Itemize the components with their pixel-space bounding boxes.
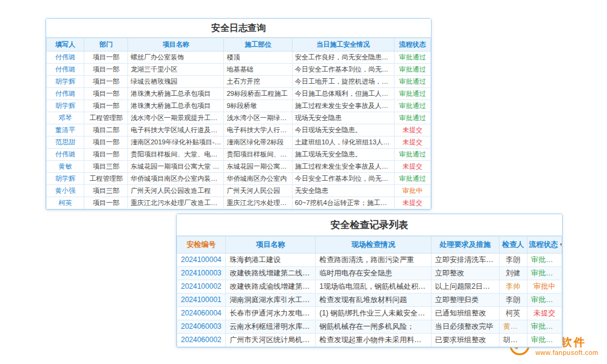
log-col-situation: 当日施工安全情况: [292, 38, 394, 52]
log-flow-status[interactable]: 未提交: [394, 161, 430, 173]
log-table-row[interactable]: 邓琴工程管理部浅水湾小区一期景观提升工程施工浅水湾小区一期绿化地现场无安全隐患审…: [47, 112, 431, 124]
log-flow-status[interactable]: 审批通过: [394, 100, 430, 112]
log-writer-cell[interactable]: 邓琴: [47, 112, 84, 124]
check-inspector-cell[interactable]: 柯英: [499, 307, 527, 320]
log-department-cell: 项目一部: [84, 100, 128, 112]
check-table-row[interactable]: 2024060004长春市伊通河水力发电厂改...(1) 钢筋绑扎作业三人未戴安…: [177, 307, 562, 320]
safety-check-table: 安检编号 项目名称 现场检查情况 处理要求及措施 检查人 流程状态▼ 20241…: [177, 236, 562, 347]
log-flow-status[interactable]: 审批通过: [394, 64, 430, 76]
log-department-cell: 项目一部: [84, 149, 128, 161]
safety-log-query-panel: 安全日志查询 填写人 部门 项目名称 施工部位 当日施工安全情况 流程状态 付伟…: [46, 18, 432, 210]
safety-log-query-title: 安全日志查询: [46, 19, 431, 38]
log-table-row[interactable]: 黄敏项目三部东城花园一期项目公寓大堂 装饰工程东城花园一期公寓大堂施工过程未发生…: [47, 161, 431, 173]
check-table-row[interactable]: 2024100004珠海鹤港工建设检查路面清洗，路面污染严重立即安排清洗车清洗李…: [177, 254, 562, 267]
log-table-row[interactable]: 付伟璐项目一部螺丝厂办公室装饰楼顶安全工作良好，尚无安全隐患存在审批通过: [47, 52, 431, 64]
check-flow-status[interactable]: 审批通过: [527, 334, 561, 347]
log-writer-cell[interactable]: 黄敏: [47, 161, 84, 173]
check-project-cell: 长春市伊通河水力发电厂改...: [226, 307, 316, 320]
log-writer-cell[interactable]: 付伟璐: [47, 52, 84, 64]
log-flow-status[interactable]: 未提交: [394, 197, 430, 209]
log-writer-cell[interactable]: 胡学辉: [47, 76, 84, 88]
log-department-cell: 项目三部: [84, 185, 128, 197]
log-table-row[interactable]: 范思甜项目一部潼南区2019年绿化补贴项目-施工2标段潼南区绿化带2标段土建班组…: [47, 136, 431, 149]
check-col-inspector: 检查人: [499, 237, 527, 254]
log-table-row[interactable]: 胡学辉工程管理部华侨城项目南区办公室内装修工程华侨城南区办公室内今日安全工作基本…: [47, 173, 431, 185]
log-flow-status[interactable]: 审批通过: [394, 173, 430, 185]
log-flow-status[interactable]: 审批通过: [394, 88, 430, 100]
log-situation-cell: 安全工作良好，尚无安全隐患存在: [292, 52, 394, 64]
log-part-cell: 地基基础: [224, 64, 292, 76]
log-project-cell: 广州天河人民公园改造工程: [128, 185, 224, 197]
log-flow-status[interactable]: 未提交: [394, 136, 430, 149]
check-number-cell[interactable]: 2024100002: [177, 280, 226, 294]
log-writer-cell[interactable]: 胡学辉: [47, 173, 84, 185]
log-situation-cell: 今日现场无安全隐患。: [292, 124, 394, 136]
log-flow-status[interactable]: 审批通过: [394, 149, 430, 161]
log-writer-cell[interactable]: 付伟璐: [47, 64, 84, 76]
log-col-flow-status: 流程状态: [394, 38, 430, 52]
check-measure-cell: 立即整改: [431, 267, 499, 280]
log-table-row[interactable]: 胡学辉项目一部绿城云栖玫瑰园土石方开挖今日工地开工，旋挖机进场，对旋挖机...审…: [47, 76, 431, 88]
check-col-project: 项目名称: [226, 237, 316, 254]
brand-website[interactable]: www.fanpusoft.com: [535, 349, 599, 357]
log-table-row[interactable]: 柯英项目一部重庆江北污水处理厂改造工程-道路修复重庆江北污水处理厂内部...60…: [47, 197, 431, 209]
log-table-row[interactable]: 胡学辉项目一部港珠澳大桥施工总承包项目9标段桥墩施工过程未发生安全事故及人员受伤…: [47, 100, 431, 112]
log-writer-cell[interactable]: 付伟璐: [47, 149, 84, 161]
check-number-cell[interactable]: 2024100004: [177, 254, 226, 267]
log-flow-status[interactable]: 未提交: [394, 124, 430, 136]
log-flow-status[interactable]: 审批中: [394, 185, 430, 197]
check-flow-status[interactable]: 未提交: [527, 307, 561, 320]
check-header-row: 安检编号 项目名称 现场检查情况 处理要求及措施 检查人 流程状态▼: [177, 237, 562, 254]
check-number-cell[interactable]: 2024060004: [177, 307, 226, 320]
log-department-cell: 项目三部: [84, 161, 128, 173]
check-inspector-cell[interactable]: 黄小强: [499, 320, 527, 334]
check-table-row[interactable]: 2024060002广州市天河区统计局机房改...检查发现起重小物件未采用料斗装…: [177, 334, 562, 347]
log-writer-cell[interactable]: 范思甜: [47, 136, 84, 149]
check-inspector-cell[interactable]: 李朗: [499, 294, 527, 307]
check-flow-status[interactable]: 审批通过: [527, 254, 561, 267]
log-project-cell: 浅水湾小区一期景观提升工程施工: [128, 112, 224, 124]
check-flow-status[interactable]: 审批中: [527, 280, 561, 294]
check-inspector-cell[interactable]: 李朗: [499, 254, 527, 267]
log-part-cell: 重庆江北污水处理厂内部...: [224, 197, 292, 209]
log-table-row[interactable]: 黄小强项目三部广州天河人民公园改造工程广州天河人民公园无安全隐患审批中: [47, 185, 431, 197]
log-col-project: 项目名称: [128, 38, 224, 52]
check-inspection-cell: 临时用电存在安全隐患: [316, 267, 431, 280]
log-table-row[interactable]: 付伟璐项目一部港珠澳大桥施工总承包项目29标段桥面工程施工今日施工总体顺利，但施…: [47, 88, 431, 100]
log-part-cell: 电子科技大学人行道及非...: [224, 124, 292, 136]
check-inspector-cell[interactable]: 李帅: [499, 280, 527, 294]
check-measure-cell: 已要求班组整改: [431, 334, 499, 347]
check-flow-status[interactable]: 审批通过: [527, 267, 561, 280]
log-flow-status[interactable]: 审批通过: [394, 76, 430, 88]
check-table-row[interactable]: 2024100003改建铁路线增建第二线直通...临时用电存在安全隐患立即整改刘…: [177, 267, 562, 280]
flow-status-filter-icon[interactable]: ▼: [559, 242, 562, 248]
check-table-row[interactable]: 2024060003云南水利枢纽潜明水库一期...钢筋机械存在一闸多机风险；当日…: [177, 320, 562, 334]
log-writer-cell[interactable]: 黄小强: [47, 185, 84, 197]
log-part-cell: 东城花园一期公寓大堂: [224, 161, 292, 173]
log-writer-cell[interactable]: 柯英: [47, 197, 84, 209]
check-number-cell[interactable]: 2024100001: [177, 294, 226, 307]
check-table-row[interactable]: 2024100001湖南洞庭湖水库引水工程施...检查发现有乱堆放材料问题立即整…: [177, 294, 562, 307]
log-department-cell: 项目一部: [84, 52, 128, 64]
check-number-cell[interactable]: 2024060003: [177, 320, 226, 334]
log-flow-status[interactable]: 审批通过: [394, 52, 430, 64]
log-writer-cell[interactable]: 胡学辉: [47, 100, 84, 112]
log-col-writer: 填写人: [47, 38, 84, 52]
check-number-cell[interactable]: 2024060002: [177, 334, 226, 347]
check-inspection-cell: 检查发现起重小物件未采用料斗装载直接起...: [316, 334, 431, 347]
log-writer-cell[interactable]: 董清平: [47, 124, 84, 136]
check-table-row[interactable]: 2024100002改建铁路成渝线增建第二直...1现场临电混乱，钢筋机械处积水…: [177, 280, 562, 294]
log-table-row[interactable]: 付伟璐项目一部龙湖三千里小区地基基础今日安全工作基本到位，尚无安全隐患。审批通过: [47, 64, 431, 76]
log-table-row[interactable]: 付伟璐项目一部贵阳项目样板间、大堂、电梯厅装修工程贵阳项目样板间、大堂、...施…: [47, 149, 431, 161]
check-inspector-cell[interactable]: 胡学辉: [499, 334, 527, 347]
check-inspector-cell[interactable]: 刘健: [499, 267, 527, 280]
log-flow-status[interactable]: 审批通过: [394, 112, 430, 124]
check-col-number: 安检编号: [177, 237, 226, 254]
check-number-cell[interactable]: 2024100003: [177, 267, 226, 280]
check-measure-cell: 以上问题限2日内整...: [431, 280, 499, 294]
check-inspection-cell: 钢筋机械存在一闸多机风险；: [316, 320, 431, 334]
log-table-row[interactable]: 董清平项目二部电子科技大学区域人行道及非机动车道工程电子科技大学人行道及非...…: [47, 124, 431, 136]
check-flow-status[interactable]: 审批通过: [527, 294, 561, 307]
check-flow-status[interactable]: 审批通过: [527, 320, 561, 334]
log-writer-cell[interactable]: 付伟璐: [47, 88, 84, 100]
